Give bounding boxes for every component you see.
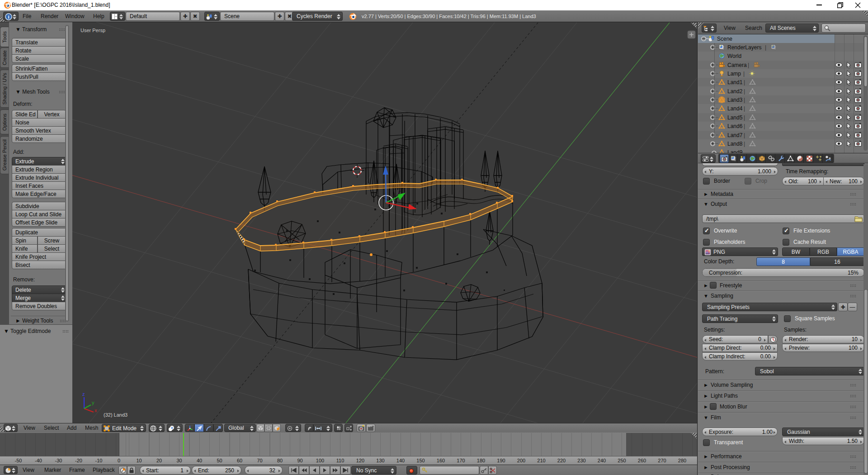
svg-text:x: x: [94, 408, 97, 413]
svg-text:z: z: [82, 391, 85, 397]
svg-text:(32) Land3: (32) Land3: [104, 412, 127, 418]
svg-text:i: i: [8, 14, 9, 19]
svg-text:User Persp: User Persp: [80, 28, 105, 33]
svg-text:y: y: [92, 400, 94, 405]
